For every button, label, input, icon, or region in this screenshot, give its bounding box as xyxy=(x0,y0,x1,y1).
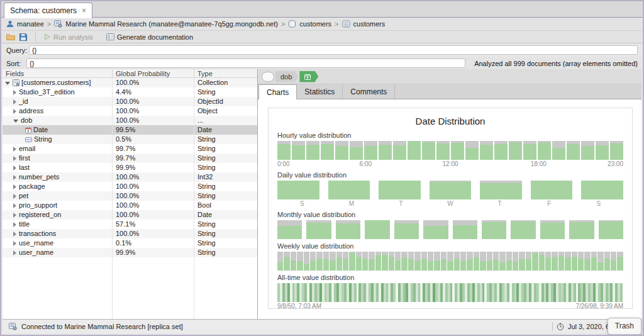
bar xyxy=(364,141,377,160)
generate-documentation-button[interactable]: Generate documentation xyxy=(106,33,193,41)
table-row[interactable]: pet100.0%String xyxy=(3,191,257,201)
bar xyxy=(297,252,303,271)
bar xyxy=(591,252,597,271)
collapsed-triangle-icon[interactable] xyxy=(13,99,16,104)
table-row[interactable]: address100.0%Object xyxy=(3,106,257,116)
bar xyxy=(310,252,316,271)
analyzed-note: Analyzed all 999 documents (array elemen… xyxy=(474,60,638,67)
query-input[interactable] xyxy=(29,45,638,55)
table-row[interactable]: package100.0%String xyxy=(3,182,257,191)
bar xyxy=(336,220,360,239)
table-row[interactable]: prio_support100.0%Bool xyxy=(3,201,257,210)
daily-bar-chart xyxy=(277,181,623,199)
column-header-global-probability[interactable]: Global Probability xyxy=(113,69,194,77)
table-row[interactable]: registered_on100.0%Date xyxy=(3,210,257,220)
collapsed-triangle-icon[interactable] xyxy=(13,184,16,189)
collapsed-triangle-icon[interactable] xyxy=(13,232,16,237)
bar xyxy=(467,252,472,271)
table-row[interactable]: email99.7%String xyxy=(3,144,257,154)
table-row[interactable]: first99.7%String xyxy=(3,154,257,163)
expanded-triangle-icon[interactable] xyxy=(13,120,18,123)
close-icon[interactable]: × xyxy=(82,6,86,15)
field-name-cell: String xyxy=(3,135,113,144)
table-row[interactable]: _id100.0%ObjectId xyxy=(3,97,257,106)
open-folder-icon[interactable] xyxy=(6,33,15,41)
tab-schema-customers[interactable]: Schema: customers × xyxy=(4,3,92,18)
tab-charts[interactable]: Charts xyxy=(258,84,297,99)
collapsed-triangle-icon[interactable] xyxy=(13,203,16,208)
table-row[interactable]: use_rname0.1%String xyxy=(3,238,257,248)
connection-icon xyxy=(54,20,62,28)
bar xyxy=(538,141,551,160)
alltime-barcode-chart xyxy=(277,283,623,302)
tab-comments[interactable]: Comments xyxy=(343,84,395,99)
expanded-triangle-icon[interactable] xyxy=(5,82,10,85)
bar xyxy=(375,252,381,271)
table-row[interactable]: String0.5%String xyxy=(3,135,257,144)
weekly-section-label: Weekly value distribution xyxy=(277,242,623,250)
column-header-type[interactable]: Type xyxy=(194,69,257,77)
bar xyxy=(441,252,447,271)
breadcrumb-connection[interactable]: Marine Mammal Research (manatee@manatee-… xyxy=(65,20,278,28)
trash-overlay[interactable]: Trash xyxy=(608,318,641,335)
table-row[interactable]: title57.1%String xyxy=(3,220,257,229)
bar xyxy=(343,252,348,271)
day-label: T xyxy=(376,199,426,208)
collapsed-triangle-icon[interactable] xyxy=(13,250,16,255)
collapsed-triangle-icon[interactable] xyxy=(13,156,16,161)
chip-date-type[interactable] xyxy=(299,71,318,82)
column-header-fields[interactable]: Fields xyxy=(3,69,113,77)
table-row[interactable]: number_pets100.0%Int32 xyxy=(3,172,257,182)
bar xyxy=(597,252,603,271)
save-icon[interactable] xyxy=(19,33,27,41)
documentation-icon xyxy=(106,33,114,40)
table-row[interactable]: last99.9%String xyxy=(3,163,257,172)
bar xyxy=(526,252,531,271)
table-row[interactable]: Date99.5%Date xyxy=(3,125,257,135)
bar xyxy=(365,220,389,239)
sort-input[interactable] xyxy=(26,59,465,68)
bar xyxy=(545,252,551,271)
day-label: F xyxy=(525,199,574,208)
collapsed-triangle-icon[interactable] xyxy=(13,175,16,180)
breadcrumb-database[interactable]: customers xyxy=(299,20,331,28)
daily-axis-labels: SMTWTFS xyxy=(277,199,623,208)
main-split: Fields Global Probability Type [customer… xyxy=(3,69,641,319)
collapsed-triangle-icon[interactable] xyxy=(13,109,16,114)
type-cell: String xyxy=(194,144,257,154)
collapsed-triangle-icon[interactable] xyxy=(13,241,16,246)
bar xyxy=(292,141,305,160)
bar xyxy=(284,252,289,271)
bar xyxy=(499,252,505,271)
fields-table-header: Fields Global Probability Type xyxy=(3,69,257,78)
bar xyxy=(328,181,370,199)
breadcrumb-separator: > xyxy=(47,20,51,28)
breadcrumb-collection[interactable]: customers xyxy=(353,20,386,28)
probability-cell: 100.0% xyxy=(113,229,194,238)
table-row[interactable]: dob100.0%... xyxy=(3,116,257,125)
bar xyxy=(494,141,508,160)
run-analysis-button[interactable]: Run analysis xyxy=(44,33,93,41)
collapsed-triangle-icon[interactable] xyxy=(13,165,16,171)
collapsed-triangle-icon[interactable] xyxy=(13,213,16,218)
bar xyxy=(460,252,466,271)
collapsed-triangle-icon[interactable] xyxy=(13,90,16,95)
table-row[interactable]: [customers.customers]100.0%Collection xyxy=(3,78,257,87)
bar xyxy=(335,141,348,160)
tab-statistics[interactable]: Statistics xyxy=(297,84,343,99)
field-name-cell: user_name xyxy=(3,248,113,257)
status-divider xyxy=(552,322,553,331)
collapsed-triangle-icon[interactable] xyxy=(13,147,16,152)
bar xyxy=(306,141,319,160)
table-row[interactable]: transactions100.0%String xyxy=(3,229,257,238)
probability-cell: 100.0% xyxy=(113,182,194,191)
collapsed-triangle-icon[interactable] xyxy=(13,222,16,227)
collapsed-triangle-icon[interactable] xyxy=(13,194,16,199)
table-row[interactable]: user_name99.9%String xyxy=(3,248,257,257)
breadcrumb-user[interactable]: manatee xyxy=(17,20,44,28)
table-row[interactable]: Studio_3T_edition4.4%String xyxy=(3,87,257,97)
root-chip[interactable] xyxy=(262,72,274,82)
chip-dob[interactable]: dob xyxy=(275,71,298,82)
bar xyxy=(487,252,492,271)
bar xyxy=(572,252,577,271)
